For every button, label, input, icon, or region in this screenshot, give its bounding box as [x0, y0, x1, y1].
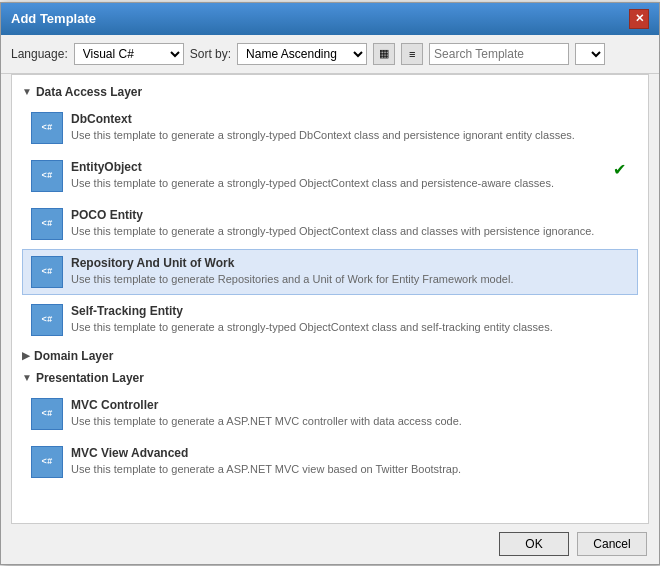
template-desc-repository: Use this template to generate Repositori… — [71, 272, 609, 287]
view-list-button[interactable]: ▦ — [373, 43, 395, 65]
template-check-entityobject: ✔ — [609, 160, 629, 179]
category-data-access-layer[interactable]: ▼ Data Access Layer — [22, 81, 638, 103]
template-item-repository[interactable]: <# Repository And Unit of Work Use this … — [22, 249, 638, 295]
sort-select[interactable]: Name Ascending — [237, 43, 367, 65]
category-domain-layer[interactable]: ▶ Domain Layer — [22, 345, 638, 367]
template-item-mvc-controller[interactable]: <# MVC Controller Use this template to g… — [22, 391, 638, 437]
template-name-dbcontext: DbContext — [71, 112, 609, 126]
category-label-presentation: Presentation Layer — [36, 371, 144, 385]
template-item-dbcontext[interactable]: <# DbContext Use this template to genera… — [22, 105, 638, 151]
language-label: Language: — [11, 47, 68, 61]
template-desc-mvc-view-advanced: Use this template to generate a ASP.NET … — [71, 462, 609, 477]
toolbar: Language: Visual C# Sort by: Name Ascend… — [1, 35, 659, 74]
template-name-poco-entity: POCO Entity — [71, 208, 609, 222]
category-label-data-access: Data Access Layer — [36, 85, 142, 99]
template-item-self-tracking[interactable]: <# Self-Tracking Entity Use this templat… — [22, 297, 638, 343]
template-desc-entityobject: Use this template to generate a strongly… — [71, 176, 609, 191]
dialog-footer: OK Cancel — [1, 524, 659, 564]
template-icon-poco-entity: <# — [31, 208, 63, 240]
template-name-mvc-controller: MVC Controller — [71, 398, 609, 412]
template-name-repository: Repository And Unit of Work — [71, 256, 609, 270]
template-desc-poco-entity: Use this template to generate a strongly… — [71, 224, 609, 239]
template-name-self-tracking: Self-Tracking Entity — [71, 304, 609, 318]
add-template-dialog: Add Template ✕ Language: Visual C# Sort … — [0, 2, 660, 565]
expand-arrow-data-access: ▼ — [22, 86, 32, 97]
cancel-button[interactable]: Cancel — [577, 532, 647, 556]
template-item-poco-entity[interactable]: <# POCO Entity Use this template to gene… — [22, 201, 638, 247]
close-button[interactable]: ✕ — [629, 9, 649, 29]
template-desc-mvc-controller: Use this template to generate a ASP.NET … — [71, 414, 609, 429]
template-item-mvc-view-advanced[interactable]: <# MVC View Advanced Use this template t… — [22, 439, 638, 485]
search-dropdown[interactable] — [575, 43, 605, 65]
category-presentation-layer[interactable]: ▼ Presentation Layer — [22, 367, 638, 389]
expand-arrow-presentation: ▼ — [22, 372, 32, 383]
category-label-domain: Domain Layer — [34, 349, 113, 363]
expand-arrow-domain: ▶ — [22, 350, 30, 361]
dialog-title: Add Template — [11, 11, 96, 26]
template-icon-mvc-controller: <# — [31, 398, 63, 430]
template-icon-repository: <# — [31, 256, 63, 288]
view-details-button[interactable]: ≡ — [401, 43, 423, 65]
template-item-entityobject[interactable]: <# EntityObject Use this template to gen… — [22, 153, 638, 199]
template-desc-dbcontext: Use this template to generate a strongly… — [71, 128, 609, 143]
template-name-entityobject: EntityObject — [71, 160, 609, 174]
search-input[interactable] — [429, 43, 569, 65]
template-icon-mvc-view-advanced: <# — [31, 446, 63, 478]
template-icon-self-tracking: <# — [31, 304, 63, 336]
sort-label: Sort by: — [190, 47, 231, 61]
template-desc-self-tracking: Use this template to generate a strongly… — [71, 320, 609, 335]
template-name-mvc-view-advanced: MVC View Advanced — [71, 446, 609, 460]
template-list: ▼ Data Access Layer <# DbContext Use thi… — [11, 74, 649, 524]
template-icon-dbcontext: <# — [31, 112, 63, 144]
template-icon-entityobject: <# — [31, 160, 63, 192]
title-bar: Add Template ✕ — [1, 3, 659, 35]
language-select[interactable]: Visual C# — [74, 43, 184, 65]
ok-button[interactable]: OK — [499, 532, 569, 556]
